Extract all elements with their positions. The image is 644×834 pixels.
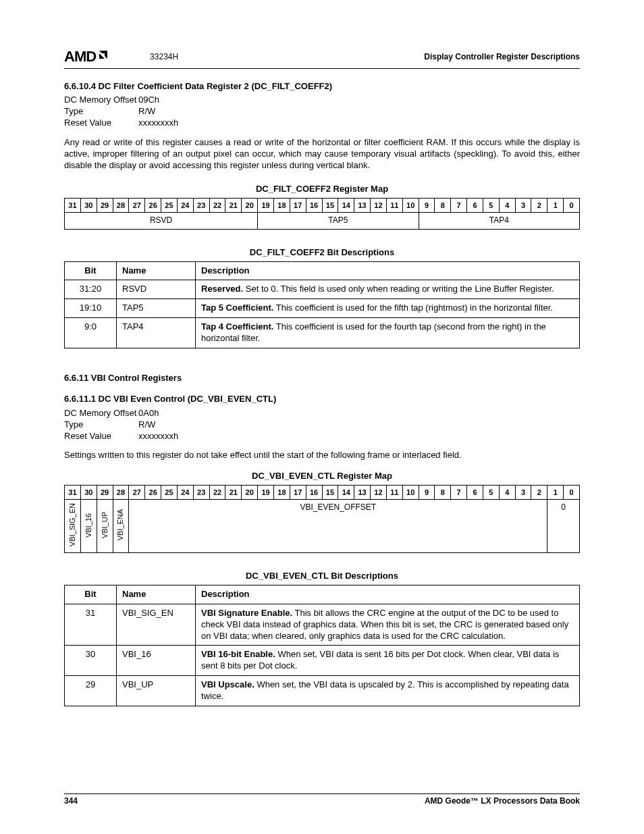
bit-number-cell: 23: [193, 486, 209, 500]
bit-number-cell: 21: [225, 486, 242, 500]
bit-number-cell: 9: [419, 198, 435, 212]
cell-bit: 31: [65, 604, 117, 646]
bit-number-cell: 6: [467, 198, 483, 212]
bitdesc-title-1: DC_FILT_COEFF2 Bit Descriptions: [64, 247, 580, 259]
cell-bit: 29: [65, 676, 117, 706]
section-para-1: Any read or write of this register cause…: [64, 137, 580, 172]
kv-offset: DC Memory Offset09Ch: [64, 95, 580, 106]
th-bit-2: Bit: [65, 585, 117, 604]
bit-number-cell: 17: [290, 198, 306, 212]
bit-number-cell: 6: [467, 486, 483, 500]
bitdesc-table-2: Bit Name Description 31VBI_SIG_ENVBI Sig…: [64, 585, 580, 706]
kv-type: TypeR/W: [64, 106, 580, 118]
bit-number-cell: 14: [338, 198, 354, 212]
bit-number-cell: 12: [371, 198, 387, 212]
cell-name: VBI_16: [117, 646, 196, 676]
bit-number-cell: 3: [515, 486, 531, 500]
table-row: 31:20RSVDReserved. Set to 0. This field …: [65, 280, 580, 299]
field-vbi-16: VBI_16: [80, 500, 97, 553]
bit-number-cell: 21: [225, 198, 242, 212]
regmap-title-2: DC_VBI_EVEN_CTL Register Map: [64, 471, 580, 482]
bit-number-cell: 2: [531, 486, 547, 500]
amd-logo: AMD: [64, 47, 109, 67]
bit-number-cell: 30: [80, 198, 97, 212]
bit-number-cell: 14: [338, 486, 354, 500]
field-vbi-sig-en: VBI_SIG_EN: [65, 500, 81, 553]
field-tap4: TAP4: [419, 213, 579, 230]
field-vbi-up: VBI_UP: [97, 500, 113, 553]
bit-number-cell: 10: [402, 486, 419, 500]
bit-number-cell: 15: [322, 198, 338, 212]
bit-number-cell: 3: [515, 198, 531, 212]
th-desc-2: Description: [196, 585, 580, 604]
cell-bit: 19:10: [65, 299, 117, 318]
bitdesc-title-2: DC_VBI_EVEN_CTL Bit Descriptions: [64, 571, 580, 582]
cell-desc: Tap 4 Coefficient. This coefficient is u…: [196, 318, 580, 348]
cell-bit: 9:0: [65, 318, 117, 348]
bit-number-cell: 13: [354, 198, 371, 212]
bit-number-cell: 13: [354, 486, 371, 500]
kv-offset-2: DC Memory Offset0A0h: [64, 408, 580, 419]
kv-type-2: TypeR/W: [64, 419, 580, 431]
bit-number-cell: 28: [113, 198, 129, 212]
kv-reset-2: Reset Valuexxxxxxxxh: [64, 431, 580, 442]
section-heading-vbi-group: 6.6.11 VBI Control Registers: [64, 373, 580, 384]
cell-name: TAP5: [117, 299, 196, 318]
cell-bit: 30: [65, 646, 117, 676]
bit-number-cell: 16: [306, 486, 322, 500]
bit-number-cell: 25: [161, 486, 178, 500]
cell-desc: VBI Upscale. When set, the VBI data is u…: [196, 676, 580, 706]
bit-number-cell: 24: [177, 486, 193, 500]
bit-number-cell: 8: [435, 198, 451, 212]
bit-number-cell: 4: [499, 486, 515, 500]
bit-number-cell: 26: [145, 198, 161, 212]
bit-number-cell: 12: [371, 486, 387, 500]
table-row: 30VBI_16VBI 16-bit Enable. When set, VBI…: [65, 646, 580, 676]
cell-desc: VBI 16-bit Enable. When set, VBI data is…: [196, 646, 580, 676]
kv-reset: Reset Valuexxxxxxxxh: [64, 118, 580, 129]
regmap-table-1: 3130292827262524232221201918171615141312…: [64, 198, 580, 230]
bit-number-cell: 1: [547, 486, 564, 500]
bit-number-cell: 10: [402, 198, 419, 212]
cell-name: TAP4: [117, 318, 196, 348]
bit-number-cell: 29: [97, 198, 113, 212]
field-zero: 0: [547, 500, 580, 553]
header-section-title: Display Controller Register Descriptions: [424, 52, 580, 63]
bit-number-cell: 16: [306, 198, 322, 212]
cell-desc: Tap 5 Coefficient. This coefficient is u…: [196, 299, 580, 318]
bit-number-cell: 11: [386, 198, 402, 212]
bit-number-cell: 19: [258, 486, 274, 500]
regmap-table-2: 3130292827262524232221201918171615141312…: [64, 485, 580, 553]
bit-number-cell: 20: [242, 486, 258, 500]
bit-number-cell: 0: [564, 486, 580, 500]
cell-name: RSVD: [117, 280, 196, 299]
field-vbi-even-offset: VBI_EVEN_OFFSET: [129, 500, 547, 553]
table-row: 9:0TAP4Tap 4 Coefficient. This coefficie…: [65, 318, 580, 348]
bit-number-cell: 18: [273, 486, 290, 500]
amd-arrow-icon: [97, 47, 109, 65]
bit-number-cell: 2: [531, 198, 547, 212]
bit-number-cell: 1: [547, 198, 564, 212]
field-tap5: TAP5: [258, 213, 419, 230]
bit-number-cell: 27: [129, 486, 145, 500]
bit-number-cell: 22: [209, 198, 225, 212]
table-row: 31VBI_SIG_ENVBI Signature Enable. This b…: [65, 604, 580, 646]
field-vbi-ena: VBI_ENA: [113, 500, 129, 553]
page-header: AMD 33234H Display Controller Register D…: [64, 47, 580, 69]
regmap-title-1: DC_FILT_COEFF2 Register Map: [64, 184, 580, 195]
section-heading-filt-coeff2: 6.6.10.4 DC Filter Coefficient Data Regi…: [64, 81, 580, 93]
field-rsvd: RSVD: [65, 213, 258, 230]
bit-number-cell: 27: [129, 198, 145, 212]
bit-number-cell: 30: [80, 486, 97, 500]
bit-number-cell: 9: [419, 486, 435, 500]
bit-number-cell: 31: [65, 486, 81, 500]
bitdesc-table-1: Bit Name Description 31:20RSVDReserved. …: [64, 261, 580, 348]
bit-number-cell: 28: [113, 486, 129, 500]
bit-number-cell: 5: [483, 486, 499, 500]
bit-number-cell: 19: [258, 198, 274, 212]
cell-bit: 31:20: [65, 280, 117, 299]
bit-number-cell: 0: [564, 198, 580, 212]
bit-number-cell: 7: [451, 198, 467, 212]
bit-number-cell: 24: [177, 198, 193, 212]
bit-number-cell: 4: [499, 198, 515, 212]
